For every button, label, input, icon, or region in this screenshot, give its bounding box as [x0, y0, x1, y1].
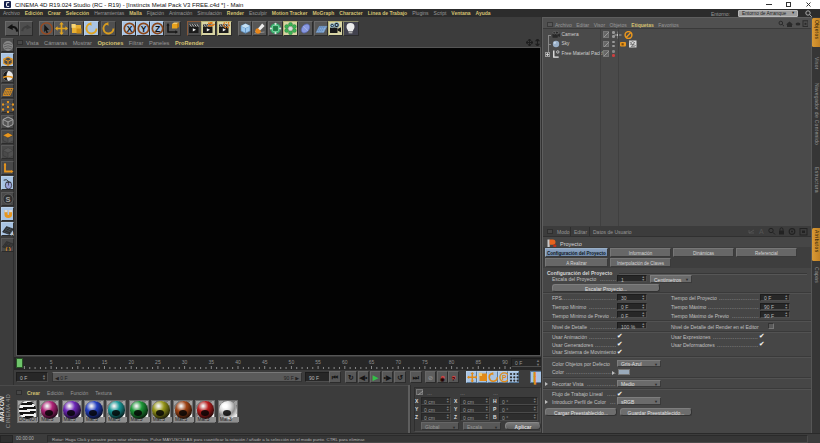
svg-text:5: 5	[50, 359, 53, 365]
svg-text:10: 10	[75, 359, 81, 365]
svg-text:70: 70	[395, 359, 401, 365]
svg-text:55: 55	[315, 359, 321, 365]
svg-text:80: 80	[449, 359, 455, 365]
svg-text:35: 35	[209, 359, 215, 365]
svg-text:50: 50	[289, 359, 295, 365]
svg-text:S: S	[5, 195, 10, 204]
svg-text:P: P	[502, 374, 507, 381]
svg-text:25: 25	[155, 359, 161, 365]
svg-text:15: 15	[102, 359, 108, 365]
svg-text:40: 40	[235, 359, 241, 365]
svg-text:75: 75	[422, 359, 428, 365]
svg-text:20: 20	[128, 359, 134, 365]
svg-text:A: A	[759, 228, 764, 235]
svg-text:45: 45	[262, 359, 268, 365]
svg-text:X: X	[126, 24, 132, 34]
svg-text:85: 85	[476, 359, 482, 365]
svg-text:Z: Z	[154, 24, 159, 34]
svg-text:( ): ( )	[5, 246, 10, 251]
svg-text:65: 65	[369, 359, 375, 365]
svg-text:Y: Y	[140, 24, 146, 34]
svg-text:60: 60	[342, 359, 348, 365]
svg-text:30: 30	[182, 359, 188, 365]
svg-text:90: 90	[502, 359, 508, 365]
